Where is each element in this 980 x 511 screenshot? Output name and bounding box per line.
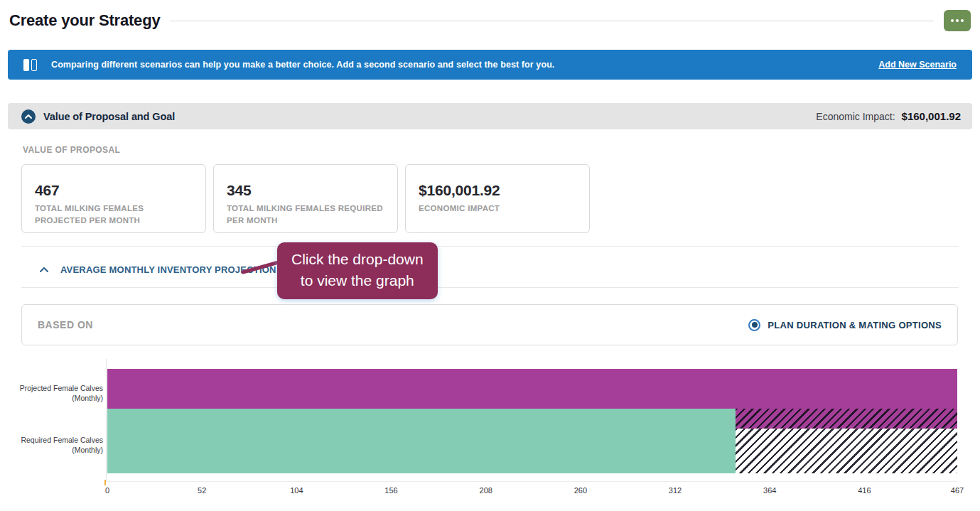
card-label: TOTAL MILKING FEMALES REQUIRED PER MONTH [227,203,384,227]
section-title: Value of Proposal and Goal [43,111,175,122]
page-header: Create your Strategy [9,9,971,33]
y-axis-label-required: Required Female Calves (Monthly) [0,436,103,455]
x-axis-tick: 312 [669,486,682,495]
x-axis-tick: 364 [763,486,776,495]
divider [21,246,959,247]
tooltip-line-2: to view the graph [291,270,424,291]
ellipsis-icon [951,19,964,22]
bar-required [107,409,736,473]
x-axis-tick: 104 [290,486,303,495]
economic-impact-value: $160,001.92 [902,110,961,122]
x-axis-line [104,481,957,482]
value-of-proposal-heading: VALUE OF PROPOSAL [23,145,120,155]
collapse-section-button[interactable] [21,109,36,124]
x-axis-tick: 52 [198,486,206,495]
y-axis-label-projected: Projected Female Calves (Monthly) [0,384,103,403]
inventory-projection-chart: Projected Female Calves (Monthly) Requir… [0,359,980,505]
chart-plot-area: 052104156208260312364416467 [107,359,957,505]
chevron-up-icon [39,267,49,273]
tooltip-pointer-line [240,257,281,276]
add-new-scenario-link[interactable]: Add New Scenario [878,60,957,70]
x-axis-tick: 208 [480,486,492,495]
economic-impact-summary: Economic Impact: $160,001.92 [816,110,961,122]
proposal-cards: 467 TOTAL MILKING FEMALES PROJECTED PER … [21,164,590,233]
more-options-button[interactable] [944,10,971,31]
create-strategy-page: Create your Strategy Comparing different… [0,0,980,511]
bar-projected [107,369,957,409]
card-value: 467 [35,182,193,199]
card-projected-females: 467 TOTAL MILKING FEMALES PROJECTED PER … [21,164,206,233]
card-label: TOTAL MILKING FEMALES PROJECTED PER MONT… [35,203,193,227]
card-economic-impact: $160,001.92 ECONOMIC IMPACT [405,164,590,233]
x-axis-tick: 467 [951,486,964,495]
card-value: 345 [227,182,384,199]
banner-message: Comparing different scenarios can help y… [51,60,554,70]
plan-duration-radio-group: PLAN DURATION & MATING OPTIONS [748,319,942,331]
x-axis-tick: 156 [384,486,397,495]
compare-scenarios-banner: Comparing different scenarios can help y… [8,50,972,80]
compare-scenarios-icon [23,59,37,71]
chevron-up-icon [24,114,33,119]
difference-hatch-projected [736,409,957,429]
instruction-tooltip: Click the drop-down to view the graph [277,242,438,299]
y-axis-line [106,359,107,481]
based-on-card: BASED ON PLAN DURATION & MATING OPTIONS [21,304,958,345]
value-proposal-section-header: Value of Proposal and Goal Economic Impa… [8,103,972,129]
origin-tick-mark [104,480,106,485]
page-title: Create your Strategy [9,11,160,30]
economic-impact-label: Economic Impact: [816,111,895,122]
card-value: $160,001.92 [419,182,576,199]
tooltip-line-1: Click the drop-down [291,249,424,270]
x-axis-ticks: 052104156208260312364416467 [107,486,957,497]
difference-hatch-required [736,429,957,473]
card-label: ECONOMIC IMPACT [419,203,576,215]
based-on-label: BASED ON [38,319,93,330]
plan-duration-radio-button[interactable] [748,319,760,331]
x-axis-tick: 0 [105,486,109,495]
x-axis-tick: 416 [858,486,871,495]
x-axis-tick: 260 [574,486,587,495]
card-required-females: 345 TOTAL MILKING FEMALES REQUIRED PER M… [213,164,398,233]
plan-duration-radio-label: PLAN DURATION & MATING OPTIONS [768,320,942,330]
header-divider [170,21,934,21]
divider [21,287,959,288]
